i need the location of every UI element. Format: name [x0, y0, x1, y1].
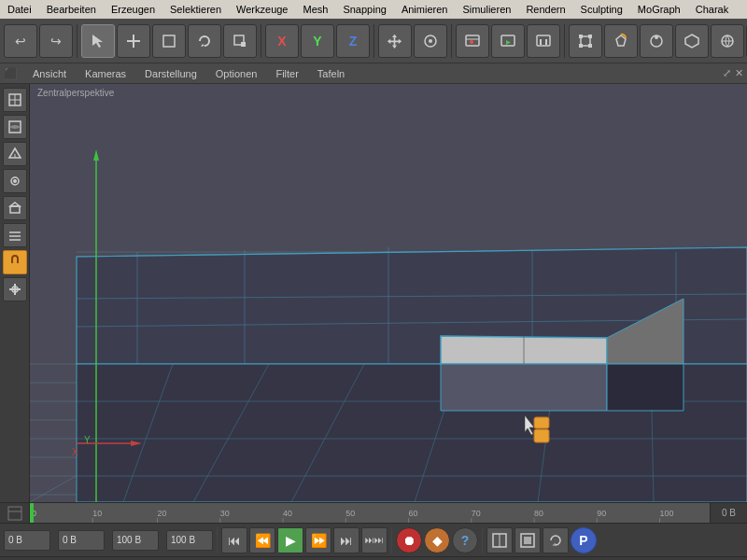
y-axis-button[interactable]: Y	[301, 24, 334, 58]
geo1-button[interactable]	[569, 24, 602, 58]
timeline-ruler[interactable]: 0 10 20 30 40 50 60 70 80 90 100	[30, 503, 710, 524]
layout2-button[interactable]	[514, 527, 541, 553]
layout4-button[interactable]: P	[571, 527, 597, 553]
svg-marker-34	[10, 203, 20, 206]
magnet-btn[interactable]	[3, 250, 27, 274]
expand-icon[interactable]: ⤢	[723, 67, 731, 79]
main-toolbar: ↩ ↪ X Y Z	[0, 19, 747, 63]
menu-werkzeuge[interactable]: Werkzeuge	[229, 2, 295, 17]
main-area: Zentralperspektive	[0, 84, 747, 502]
toolbar-separator-3	[374, 24, 374, 58]
menu-animieren[interactable]: Animieren	[394, 2, 456, 17]
rect-select-button[interactable]	[152, 24, 186, 58]
field-current[interactable]: 0 B	[58, 530, 105, 551]
svg-marker-90	[607, 364, 684, 411]
view-tabs: ⬛ Ansicht Kameras Darstellung Optionen F…	[0, 63, 747, 84]
tab-tafeln[interactable]: Tafeln	[310, 66, 352, 81]
svg-rect-4	[241, 42, 246, 47]
undo-button[interactable]: ↩	[4, 24, 37, 58]
help-button[interactable]: ?	[452, 527, 478, 553]
svg-rect-17	[588, 35, 592, 38]
tab-darstellung[interactable]: Darstellung	[137, 66, 204, 81]
svg-text:10: 10	[92, 508, 102, 517]
material-btn[interactable]	[3, 142, 27, 166]
object-button[interactable]	[414, 24, 447, 58]
menu-snapping[interactable]: Snapping	[335, 2, 394, 17]
keyframe-button[interactable]: ◆	[424, 527, 450, 553]
goto-end2-button[interactable]: ⏭⏭	[361, 527, 388, 553]
geo3-button[interactable]	[640, 24, 673, 58]
menu-simulieren[interactable]: Simulieren	[455, 2, 518, 17]
snap-btn[interactable]	[3, 277, 27, 301]
object-mode-btn[interactable]	[3, 196, 27, 220]
field-end[interactable]: 100 B	[112, 530, 159, 551]
transport-sep-1	[217, 527, 218, 553]
tab-kameras[interactable]: Kameras	[78, 66, 134, 81]
anim3-button[interactable]	[527, 24, 560, 58]
svg-rect-101	[8, 507, 21, 520]
tab-filter[interactable]: Filter	[268, 66, 305, 81]
layout1-button[interactable]	[486, 527, 513, 553]
geo2-button[interactable]	[604, 24, 638, 58]
viewport-3d[interactable]: Zentralperspektive	[30, 84, 747, 502]
play-button[interactable]: ▶	[277, 527, 303, 553]
add-tool-button[interactable]	[117, 24, 150, 58]
bottom-bar: Erzeugen Bearbeiten Funktion Textur Posi…	[0, 556, 747, 560]
field-start[interactable]: 0 B	[4, 530, 50, 551]
svg-rect-129	[524, 537, 531, 544]
menu-charak[interactable]: Charak	[688, 2, 736, 17]
svg-rect-12	[537, 35, 550, 46]
timeline-corner	[0, 503, 30, 524]
svg-text:20: 20	[157, 508, 166, 517]
menu-mograph[interactable]: MoGraph	[630, 2, 688, 17]
light-btn[interactable]	[3, 169, 27, 193]
svg-text:X: X	[72, 447, 78, 457]
menu-datei[interactable]: Datei	[0, 2, 39, 17]
z-axis-button[interactable]: Z	[336, 24, 370, 58]
move-tool-button[interactable]	[378, 24, 412, 58]
x-axis-button[interactable]: X	[265, 24, 299, 58]
toolbar-separator-4	[451, 24, 452, 58]
anim1-button[interactable]	[456, 24, 489, 58]
menu-selektieren[interactable]: Selektieren	[162, 2, 229, 17]
field-fps[interactable]: 100 B	[166, 530, 213, 551]
next-frame-button[interactable]: ⏩	[305, 527, 331, 553]
viewport-mode-btn[interactable]	[3, 88, 27, 112]
svg-rect-92	[534, 429, 549, 442]
svg-text:70: 70	[472, 508, 481, 517]
goto-start-button[interactable]: ⏮	[221, 527, 247, 553]
transport-sep-2	[391, 527, 392, 553]
collapse-icon[interactable]: ✕	[735, 67, 743, 79]
menu-bearbeiten[interactable]: Bearbeiten	[39, 2, 104, 17]
layout3-button[interactable]	[543, 527, 569, 553]
svg-text:Y: Y	[84, 435, 91, 445]
menu-rendern[interactable]: Rendern	[518, 2, 572, 17]
menu-mesh[interactable]: Mesh	[295, 2, 335, 17]
svg-rect-2	[163, 35, 175, 47]
goto-end-button[interactable]: ⏭	[333, 527, 359, 553]
menu-erzeugen[interactable]: Erzeugen	[104, 2, 162, 17]
svg-rect-125	[30, 503, 34, 523]
record-button[interactable]: ⏺	[396, 527, 422, 553]
geo4-button[interactable]	[675, 24, 709, 58]
menu-sculpting[interactable]: Sculpting	[573, 2, 630, 17]
select-tool-button[interactable]	[81, 24, 115, 58]
tab-optionen[interactable]: Optionen	[208, 66, 265, 81]
timeline-end-label: 0 B	[722, 508, 736, 518]
toolbar-separator-2	[261, 24, 261, 58]
rotate-button[interactable]	[188, 24, 221, 58]
scene-btn[interactable]	[3, 223, 27, 247]
left-toolbar	[0, 84, 30, 502]
menubar: Datei Bearbeiten Erzeugen Selektieren We…	[0, 0, 747, 19]
redo-button[interactable]: ↪	[39, 24, 73, 58]
timeline: 0 10 20 30 40 50 60 70 80 90 100	[0, 502, 747, 523]
svg-point-9	[470, 40, 473, 44]
scale-button[interactable]	[223, 24, 257, 58]
tab-ansicht[interactable]: Ansicht	[25, 66, 74, 81]
texture-btn[interactable]	[3, 115, 27, 139]
view-expand-controls: ⤢ ✕	[723, 67, 743, 79]
geo5-button[interactable]	[711, 24, 744, 58]
prev-frame-button[interactable]: ⏪	[249, 527, 275, 553]
anim2-button[interactable]	[491, 24, 525, 58]
svg-rect-10	[501, 35, 514, 46]
